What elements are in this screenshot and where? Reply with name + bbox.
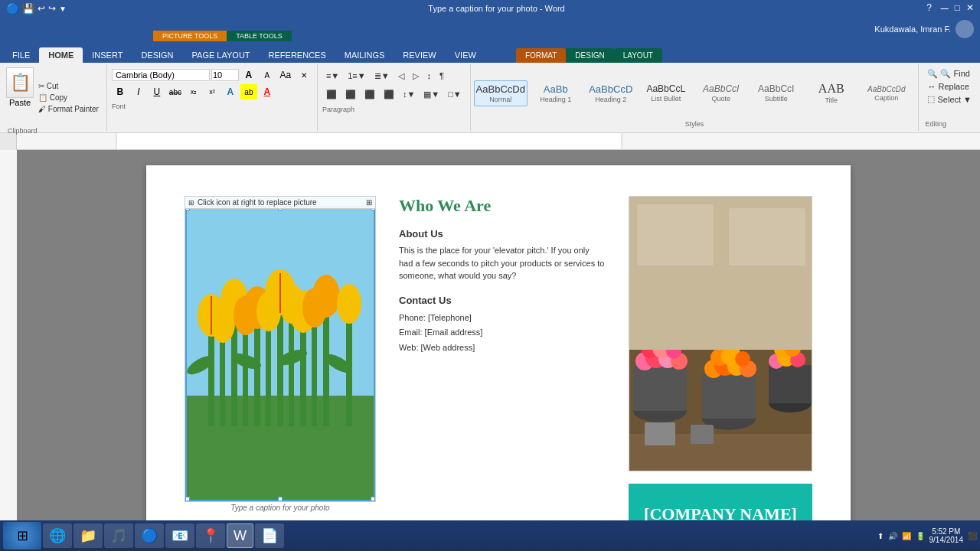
tab-format[interactable]: FORMAT xyxy=(516,48,566,63)
font-family-input[interactable] xyxy=(112,69,210,81)
help-btn[interactable]: ? xyxy=(926,2,932,15)
replace-button[interactable]: ↔Replace xyxy=(925,80,974,93)
align-center-btn[interactable]: ⬛ xyxy=(341,86,360,103)
strikethrough-btn[interactable]: abc xyxy=(167,84,184,99)
style-heading1[interactable]: AaBb Heading 1 xyxy=(529,80,583,106)
table-tools-label: TABLE TOOLS xyxy=(227,31,292,41)
highlight-btn[interactable]: ab xyxy=(240,84,257,99)
tab-file[interactable]: FILE xyxy=(3,47,39,63)
tab-review[interactable]: REVIEW xyxy=(394,47,445,63)
bold-btn[interactable]: B xyxy=(112,84,129,99)
select-button[interactable]: ⬚Select ▼ xyxy=(925,93,974,106)
tab-view[interactable]: VIEW xyxy=(446,47,485,63)
find-button[interactable]: 🔍🔍 Find xyxy=(925,67,974,80)
tab-page-layout[interactable]: PAGE LAYOUT xyxy=(183,47,260,63)
style-list-bullet[interactable]: AaBbCcL List Bullet xyxy=(639,80,693,106)
taskbar-acrobat[interactable]: 📄 xyxy=(255,523,284,548)
tab-design2[interactable]: DESIGN xyxy=(566,48,613,63)
show-desktop[interactable]: ⬛ xyxy=(968,532,977,540)
editing-group: 🔍🔍 Find ↔Replace ⬚Select ▼ Editing xyxy=(919,64,980,131)
format-painter-button[interactable]: 🖌 Format Painter xyxy=(37,104,100,114)
subscript-btn[interactable]: x₂ xyxy=(185,84,202,99)
style-h1-label: Heading 1 xyxy=(540,96,571,103)
style-caption-label: Caption xyxy=(874,94,898,102)
taskbar-ie[interactable]: 🌐 xyxy=(43,523,72,548)
photo-placeholder[interactable]: ⊞ Click icon at right to replace picture… xyxy=(185,196,376,502)
tab-home[interactable]: HOME xyxy=(39,47,83,63)
shading-btn[interactable]: ▦▼ xyxy=(420,86,443,103)
svg-rect-4 xyxy=(0,150,17,539)
clipboard-group: 📋 Paste ✂ Cut 📋 Copy 🖌 Format Painter Cl… xyxy=(0,64,107,131)
tray-icon2: 🔊 xyxy=(888,532,897,540)
underline-btn[interactable]: U xyxy=(149,84,165,99)
copy-button[interactable]: 📋 Copy xyxy=(37,93,100,103)
svg-point-56 xyxy=(735,351,750,367)
bullets-btn[interactable]: ≡▼ xyxy=(322,67,343,84)
quick-more[interactable]: ▼ xyxy=(59,5,67,13)
taskbar-explorer[interactable]: 📁 xyxy=(74,523,103,548)
taskbar-chrome[interactable]: 🔵 xyxy=(135,523,164,548)
taskbar-word[interactable]: W xyxy=(227,523,253,548)
tab-mailings[interactable]: MAILINGS xyxy=(335,47,394,63)
text-effects-btn[interactable]: A xyxy=(222,84,239,99)
flower-shop-image xyxy=(629,196,812,471)
decrease-indent-btn[interactable]: ◁ xyxy=(394,67,408,84)
style-quote[interactable]: AaBbCcI Quote xyxy=(694,80,748,106)
align-right-btn[interactable]: ⬛ xyxy=(361,86,379,103)
style-heading2[interactable]: AaBbCcD Heading 2 xyxy=(584,80,638,106)
font-case-btn[interactable]: Aa xyxy=(277,67,294,83)
minimize-btn[interactable]: ─ xyxy=(941,2,949,15)
style-title[interactable]: AAB Title xyxy=(805,79,858,107)
tab-insert[interactable]: INSERT xyxy=(83,47,132,63)
taskbar-media[interactable]: 🎵 xyxy=(104,523,133,548)
style-subtitle-preview: AaBbCcI xyxy=(758,83,794,94)
start-button[interactable]: ⊞ xyxy=(3,522,41,549)
who-we-are-heading: Who We Are xyxy=(399,196,606,216)
italic-btn[interactable]: I xyxy=(130,84,147,99)
quick-undo[interactable]: ↩ xyxy=(38,3,45,14)
paste-label: Paste xyxy=(9,98,31,107)
sort-btn[interactable]: ↕ xyxy=(423,67,436,84)
style-caption[interactable]: AaBbCcDd Caption xyxy=(860,82,913,105)
resize-handle-bottom[interactable]: ▼ xyxy=(278,497,283,501)
contact-section: Contact Us Phone: [Telephone] Email: [Em… xyxy=(399,295,606,356)
font-clear-btn[interactable]: ✕ xyxy=(296,67,312,83)
taskbar-outlook[interactable]: 📧 xyxy=(165,523,194,548)
show-marks-btn[interactable]: ¶ xyxy=(436,67,448,84)
document-page: ⊞ Click icon at right to replace picture… xyxy=(146,165,851,539)
font-color-btn[interactable]: A xyxy=(259,84,276,99)
borders-btn[interactable]: □▼ xyxy=(444,86,466,103)
align-left-btn[interactable]: ⬛ xyxy=(322,86,341,103)
taskbar-maps[interactable]: 📍 xyxy=(196,523,225,548)
svg-rect-58 xyxy=(769,365,812,403)
svg-rect-68 xyxy=(637,204,714,266)
maximize-btn[interactable]: □ xyxy=(955,2,960,15)
font-grow-btn[interactable]: A xyxy=(240,67,257,83)
font-size-input[interactable] xyxy=(211,69,239,81)
close-btn[interactable]: ✕ xyxy=(966,2,974,15)
style-normal-preview: AaBbCcDd xyxy=(476,83,525,95)
numbering-btn[interactable]: 1≡▼ xyxy=(344,67,369,84)
photo-caption[interactable]: Type a caption for your photo xyxy=(185,504,376,512)
quick-save[interactable]: 💾 xyxy=(22,3,34,15)
style-normal[interactable]: AaBbCcDd Normal xyxy=(474,80,528,106)
paste-button[interactable]: 📋 Paste xyxy=(6,67,34,128)
tab-design[interactable]: DESIGN xyxy=(132,47,182,63)
svg-rect-16 xyxy=(266,315,271,426)
font-shrink-btn[interactable]: A xyxy=(259,67,276,83)
cut-button[interactable]: ✂ Cut xyxy=(37,81,100,91)
tab-layout[interactable]: LAYOUT xyxy=(614,48,662,63)
line-spacing-btn[interactable]: ↕▼ xyxy=(399,86,419,103)
increase-indent-btn[interactable]: ▷ xyxy=(409,67,423,84)
page-container[interactable]: ⊞ Click icon at right to replace picture… xyxy=(17,150,980,539)
svg-rect-15 xyxy=(243,319,248,426)
photo-tooltip: Click icon at right to replace picture xyxy=(198,198,317,207)
svg-point-25 xyxy=(337,284,361,324)
style-subtitle[interactable]: AaBbCcI Subtitle xyxy=(750,80,803,106)
justify-btn[interactable]: ⬛ xyxy=(380,86,398,103)
quick-redo[interactable]: ↪ xyxy=(48,3,56,14)
tab-references[interactable]: REFERENCES xyxy=(260,47,335,63)
user-avatar xyxy=(956,20,974,38)
multilevel-btn[interactable]: ≣▼ xyxy=(371,67,394,84)
superscript-btn[interactable]: x² xyxy=(204,84,220,99)
